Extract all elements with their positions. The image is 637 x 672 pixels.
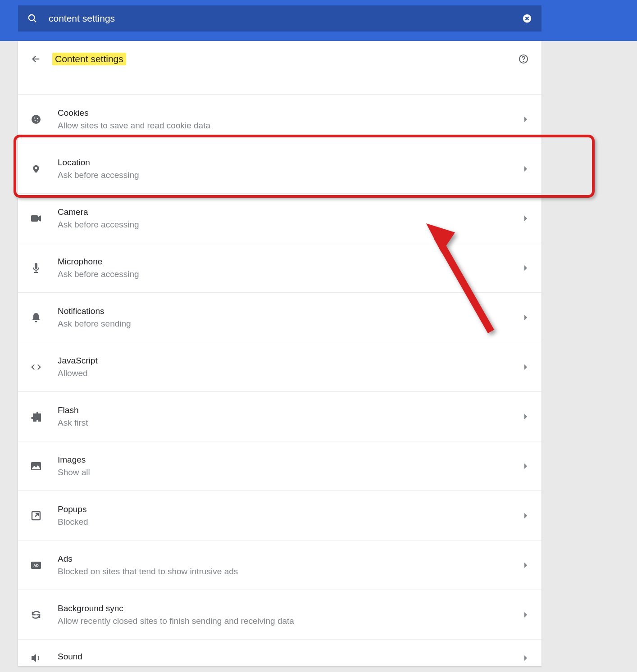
svg-point-0 [29, 15, 35, 21]
setting-row-popups[interactable]: Popups Blocked [18, 490, 541, 540]
row-text: Flash Ask first [58, 405, 523, 428]
puzzle-icon [31, 411, 41, 422]
setting-row-cookies[interactable]: Cookies Allow sites to save and read coo… [18, 94, 541, 144]
row-subtitle: Allow recently closed sites to finish se… [58, 616, 523, 626]
camera-icon [31, 213, 41, 224]
row-title: Notifications [58, 306, 523, 316]
help-button[interactable] [518, 54, 529, 64]
location-icon [31, 163, 41, 174]
chevron-right-icon [523, 513, 529, 519]
chevron-right-icon [523, 265, 529, 271]
svg-point-5 [523, 61, 523, 62]
search-container [18, 5, 541, 32]
svg-point-8 [37, 118, 38, 119]
svg-point-7 [34, 117, 36, 118]
search-input[interactable] [49, 13, 522, 24]
setting-row-notifications[interactable]: Notifications Ask before sending [18, 292, 541, 342]
setting-row-microphone[interactable]: Microphone Ask before accessing [18, 243, 541, 292]
row-title: Camera [58, 207, 523, 217]
svg-point-9 [35, 120, 36, 121]
svg-point-6 [32, 115, 41, 124]
row-title: Images [58, 455, 523, 465]
chevron-right-icon [523, 655, 529, 661]
setting-row-ads[interactable]: AD Ads Blocked on sites that tend to sho… [18, 540, 541, 590]
setting-row-javascript[interactable]: JavaScript Allowed [18, 342, 541, 391]
bell-icon [31, 312, 41, 323]
code-icon [31, 362, 41, 372]
row-text: Microphone Ask before accessing [58, 257, 523, 279]
sync-icon [31, 609, 41, 620]
svg-line-1 [34, 20, 36, 23]
chevron-right-icon [523, 413, 529, 420]
svg-point-11 [35, 167, 37, 169]
svg-point-10 [37, 120, 38, 121]
settings-search-bar [0, 0, 637, 41]
page-title: Content settings [52, 53, 126, 65]
row-subtitle: Show all [58, 468, 523, 477]
popup-icon [31, 510, 41, 521]
chevron-right-icon [523, 314, 529, 321]
row-subtitle: Ask before accessing [58, 269, 523, 279]
svg-rect-13 [35, 263, 37, 269]
row-subtitle: Ask before sending [58, 319, 523, 329]
svg-rect-12 [31, 215, 38, 222]
row-subtitle: Allowed [58, 368, 523, 378]
row-subtitle: Blocked on sites that tend to show intru… [58, 567, 523, 577]
row-text: Location Ask before accessing [58, 158, 523, 180]
row-text: Camera Ask before accessing [58, 207, 523, 230]
chevron-right-icon [523, 364, 529, 370]
cookie-icon [31, 114, 41, 125]
page-header: Content settings [18, 41, 541, 72]
setting-row-location[interactable]: Location Ask before accessing [18, 144, 541, 193]
setting-row-sound[interactable]: Sound [18, 639, 541, 666]
row-title: Popups [58, 504, 523, 514]
row-title: JavaScript [58, 356, 523, 366]
clear-search-button[interactable] [522, 13, 532, 24]
row-text: Cookies Allow sites to save and read coo… [58, 108, 523, 131]
microphone-icon [31, 263, 41, 273]
content-settings-panel: Content settings Cookies Allow sites to … [18, 41, 541, 666]
row-title: Flash [58, 405, 523, 415]
setting-row-camera[interactable]: Camera Ask before accessing [18, 193, 541, 243]
row-text: Images Show all [58, 455, 523, 477]
chevron-right-icon [523, 215, 529, 222]
row-title: Cookies [58, 108, 523, 118]
row-text: Background sync Allow recently closed si… [58, 604, 523, 626]
row-text: Sound [58, 652, 523, 664]
chevron-right-icon [523, 562, 529, 568]
back-button[interactable] [31, 54, 41, 64]
row-title: Location [58, 158, 523, 168]
row-title: Ads [58, 554, 523, 564]
row-subtitle: Allow sites to save and read cookie data [58, 121, 523, 131]
row-title: Microphone [58, 257, 523, 267]
sound-icon [31, 653, 41, 663]
setting-row-images[interactable]: Images Show all [18, 441, 541, 490]
setting-row-flash[interactable]: Flash Ask first [18, 391, 541, 441]
row-subtitle: Ask before accessing [58, 220, 523, 230]
ads-icon: AD [31, 560, 41, 571]
row-text: Notifications Ask before sending [58, 306, 523, 329]
chevron-right-icon [523, 612, 529, 618]
search-icon [27, 13, 38, 24]
row-text: JavaScript Allowed [58, 356, 523, 378]
setting-row-background-sync[interactable]: Background sync Allow recently closed si… [18, 590, 541, 639]
chevron-right-icon [523, 116, 529, 123]
row-title: Sound [58, 652, 523, 662]
image-icon [31, 461, 41, 472]
row-text: Ads Blocked on sites that tend to show i… [58, 554, 523, 577]
row-subtitle: Ask first [58, 418, 523, 428]
chevron-right-icon [523, 463, 529, 469]
row-subtitle: Blocked [58, 517, 523, 527]
row-subtitle: Ask before accessing [58, 170, 523, 180]
row-title: Background sync [58, 604, 523, 613]
svg-text:AD: AD [33, 563, 39, 568]
row-text: Popups Blocked [58, 504, 523, 527]
chevron-right-icon [523, 166, 529, 172]
